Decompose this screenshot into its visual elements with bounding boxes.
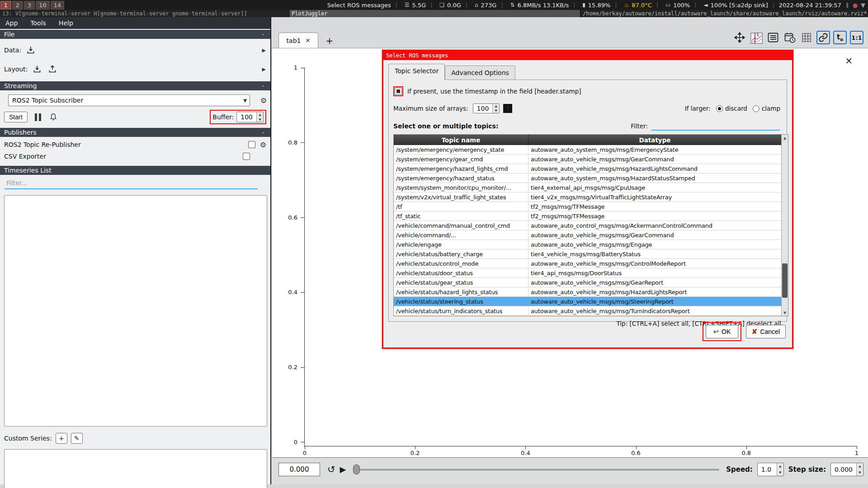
timestamp-checkbox[interactable]	[395, 88, 402, 95]
table-row[interactable]: /vehicle/engage autoware_auto_vehicle_ms…	[394, 240, 788, 249]
table-row[interactable]: /vehicle/command/manual_control_cmd auto…	[394, 221, 788, 230]
table-row[interactable]: /system/emergency/hazard_status autoware…	[394, 174, 788, 183]
discard-radio-option[interactable]: discard	[716, 105, 747, 112]
buffer-group: Buffer: 100 ▲▼	[210, 110, 266, 124]
table-row[interactable]: /vehicle/status/control_mode autoware_au…	[394, 259, 788, 268]
table-row[interactable]: /tf tf2_msgs/msg/TFMessage	[394, 202, 788, 211]
edit-custom-series-button[interactable]: ✎	[71, 433, 83, 444]
buffer-spinbox[interactable]: 100 ▲▼	[236, 112, 264, 122]
dropdown-indicator-icon[interactable]: ▼	[861, 2, 865, 9]
custom-series-box[interactable]	[4, 449, 267, 488]
csv-exporter-checkbox[interactable]	[243, 153, 250, 160]
plotjuggler-window-title[interactable]: PlotJuggler	[289, 10, 580, 17]
app-indicator-icon[interactable]: ●	[853, 2, 858, 9]
clamp-radio-option[interactable]: clamp	[753, 105, 780, 112]
max-arrays-spinbox[interactable]: 100 ▲▼	[473, 103, 500, 113]
table-row[interactable]: /tf_static tf2_msgs/msg/TFMessage	[394, 211, 788, 221]
streaming-plugin-select[interactable]: ROS2 Topic Subscriber ▼	[8, 94, 250, 106]
menu-item[interactable]: Help	[59, 19, 73, 27]
topic-filter-input[interactable]	[651, 122, 780, 131]
data-expand-arrow[interactable]: ▶	[262, 47, 266, 53]
layout-expand-arrow[interactable]: ▶	[262, 66, 266, 72]
save-layout-button[interactable]	[47, 64, 58, 75]
table-row[interactable]: /vehicle/status/steering_status autoware…	[394, 297, 788, 306]
table-row[interactable]: /system/emergency/gear_cmd autoware_auto…	[394, 155, 788, 164]
workspace-button[interactable]: 3	[24, 1, 35, 9]
add-custom-series-button[interactable]: +	[56, 433, 67, 444]
network-segment: ⇅ 6.8MB/s 13.1KB/s	[496, 2, 569, 9]
table-row[interactable]: /system/system_monitor/cpu_monitor/... t…	[394, 183, 788, 192]
plot-toolbar: 1	[733, 31, 863, 44]
loop-icon[interactable]: ↺	[327, 464, 335, 475]
collapse-button[interactable]: -	[260, 31, 266, 38]
tab-topic-selector[interactable]: Topic Selector	[388, 64, 445, 80]
scrollbar-thumb[interactable]	[782, 263, 788, 298]
play-icon[interactable]: ▶	[340, 465, 346, 474]
dialog-tabs: Topic Selector Advanced Options	[388, 64, 515, 80]
bluetooth-icon[interactable]: ᛒ	[846, 2, 849, 9]
y-tick-label: 0.8	[288, 139, 299, 146]
scroll-up-icon[interactable]: ▲	[782, 135, 788, 141]
table-row[interactable]: /vehicle/status/battery_charge tier4_veh…	[394, 249, 788, 259]
radio-clamp[interactable]	[753, 105, 760, 112]
time-display[interactable]: 0.000	[278, 463, 320, 476]
table-row[interactable]: /vehicle/status/hazard_lights_status aut…	[394, 287, 788, 297]
editor-window-title[interactable]: /home/berkay/autoware/install/autoware_l…	[580, 10, 868, 17]
new-tab-button[interactable]: +	[323, 34, 336, 47]
close-tab-icon[interactable]: ✕	[305, 37, 310, 44]
radio-discard[interactable]	[716, 105, 723, 112]
cancel-button[interactable]: ✘ Cancel	[746, 325, 786, 338]
ratio-one-to-one-icon[interactable]: 1:1	[850, 31, 863, 44]
timeseries-list-box[interactable]	[4, 195, 267, 427]
tab-advanced-options[interactable]: Advanced Options	[445, 66, 515, 80]
link-ranges-icon[interactable]	[816, 31, 830, 44]
ok-button[interactable]: ↩ OK	[706, 325, 738, 338]
collapse-button[interactable]: -	[260, 82, 266, 89]
notifications-bell-icon[interactable]	[47, 112, 59, 122]
column-header-datatype[interactable]: Datatype	[528, 135, 782, 145]
table-row[interactable]: /system/emergency/hazard_lights_cmd auto…	[394, 164, 788, 174]
pause-icon[interactable]	[35, 113, 41, 121]
dialog-title-bar[interactable]: Select ROS messages	[383, 51, 792, 60]
terminal-window-title[interactable]: i3: V[gnome-terminal-server H[gnome-term…	[0, 10, 289, 17]
menu-item[interactable]: Tools	[30, 19, 46, 27]
time-slider[interactable]	[353, 464, 719, 475]
table-scrollbar[interactable]: ▲ ▼	[781, 135, 788, 316]
datetime-icon[interactable]	[783, 31, 797, 44]
close-icon[interactable]: ✕	[845, 56, 853, 66]
workspace-button[interactable]: 14	[51, 1, 65, 9]
time-offset-icon[interactable]: to	[833, 31, 847, 44]
collapse-button[interactable]: -	[260, 129, 266, 136]
republisher-checkbox[interactable]	[248, 141, 255, 148]
grid-layout-icon[interactable]	[800, 31, 813, 44]
tracker-line-icon[interactable]: 1	[750, 31, 763, 44]
workspace-button[interactable]: 1	[0, 1, 11, 9]
republisher-gear-icon[interactable]: ⚙	[260, 141, 266, 149]
tab-tab1[interactable]: tab1 ✕	[278, 33, 318, 48]
menu-item[interactable]: App	[5, 19, 18, 27]
speed-spinbox[interactable]: 1.0 ▲▼	[757, 463, 784, 476]
workspace-button[interactable]: 2	[12, 1, 23, 9]
pan-move-icon[interactable]	[733, 31, 746, 44]
list-view-icon[interactable]	[766, 31, 780, 44]
table-row[interactable]: /system/v2x/virtual_traffic_light_states…	[394, 192, 788, 202]
statusbar-status: Select ROS messages ☰ 5.5G ❑ 0.0G ⌂	[327, 2, 868, 9]
table-row[interactable]: /vehicle/command/... autoware_auto_vehic…	[394, 230, 788, 240]
load-layout-button[interactable]	[31, 64, 43, 75]
load-data-button[interactable]	[25, 45, 37, 56]
workspace-button[interactable]: 10	[36, 1, 50, 9]
slider-handle[interactable]	[353, 465, 360, 474]
streaming-settings-gear-icon[interactable]: ⚙	[260, 96, 267, 105]
svg-text:1: 1	[756, 33, 759, 37]
layout-row: Layout: ▶	[0, 61, 270, 78]
help-button[interactable]: ?	[503, 104, 512, 113]
scroll-down-icon[interactable]: ▼	[782, 310, 788, 316]
start-button[interactable]: Start	[4, 112, 28, 122]
table-row[interactable]: /vehicle/status/door_status tier4_api_ms…	[394, 268, 788, 278]
table-row[interactable]: /vehicle/status/gear_status autoware_aut…	[394, 278, 788, 287]
timeseries-filter-input[interactable]	[5, 178, 258, 189]
table-row[interactable]: /vehicle/status/turn_indicators_status a…	[394, 306, 788, 316]
step-size-spinbox[interactable]: 0.000 ▲▼	[830, 463, 863, 476]
table-row[interactable]: /system/emergency/emergency_state autowa…	[394, 145, 788, 155]
column-header-topic[interactable]: Topic name	[394, 135, 528, 145]
